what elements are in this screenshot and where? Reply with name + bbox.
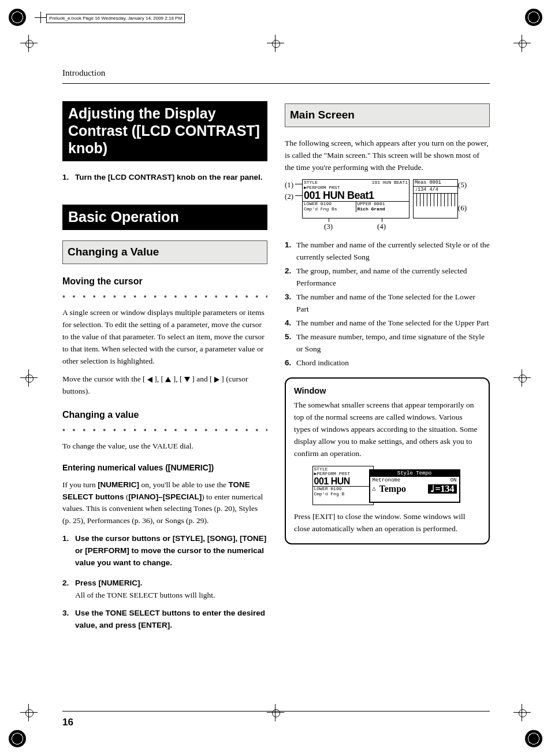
lcd-figure-window: STYLE ▶PERFORM PRST 001 HUN LOWER 0199 C… — [312, 466, 463, 506]
lcd-lower-value: Cmp'd Fng Bs — [304, 207, 355, 212]
corner-mark — [9, 9, 26, 26]
step-num: 1. — [62, 533, 75, 569]
lcd-side-box: Meas 0001 ♩134 4/4 — [413, 179, 458, 218]
heading-moving-cursor: Moving the cursor — [62, 275, 267, 289]
text: Move the cursor with the [ — [62, 375, 147, 383]
dotted-rule: • • • • • • • • • • • • • • • • • • • • … — [62, 424, 267, 437]
page-content: Introduction Adjusting the Display Contr… — [62, 66, 490, 636]
numeric-paragraph: If you turn [NUMERIC] on, you'll be able… — [62, 479, 267, 528]
registration-mark — [267, 35, 284, 52]
lcd-tempo: ♩134 4/4 — [415, 187, 438, 192]
heading-changing-value-2: Changing a value — [62, 408, 267, 423]
text: ], [ — [173, 375, 184, 383]
registration-mark — [513, 35, 531, 52]
subheading-changing-value: Changing a Value — [62, 240, 267, 264]
chapter-rule — [62, 83, 490, 84]
arrow-left-icon — [147, 377, 152, 383]
callout-list: 1.The number and name of the currently s… — [285, 239, 490, 369]
list-item: The number and name of the Tone selected… — [296, 291, 490, 316]
callout-line — [295, 195, 302, 196]
lcd-window-bg: STYLE ▶PERFORM PRST 001 HUN LOWER 0199 C… — [312, 466, 374, 505]
registration-mark — [20, 704, 38, 721]
lcd-popup: Style Tempo Metronome ON △ Tempo ♩=134 — [369, 469, 460, 503]
right-column: Main Screen The following screen, which … — [285, 101, 490, 636]
lcd-lower-value: Cmp'd Fng B — [314, 492, 372, 496]
corner-mark — [525, 9, 542, 26]
list-item: The number and name of the currently sel… — [296, 239, 490, 264]
lcd-keyboard-icon — [414, 193, 457, 206]
list-item: The number and name of the Tone selected… — [296, 317, 489, 329]
subheading-main-screen: Main Screen — [285, 103, 490, 127]
arrow-down-icon — [184, 377, 190, 382]
subheading-numeric: Entering numerical values ([NUMERIC]) — [62, 462, 267, 475]
window-box: Window The somewhat smaller screens that… — [285, 377, 490, 544]
text-bold: Press [NUMERIC]. — [75, 577, 267, 590]
list-item: The measure number, tempo, and time sign… — [296, 331, 490, 355]
callout-line — [295, 184, 302, 184]
lcd-lower: LOWER 0199 Cmp'd Fng Bs — [303, 202, 356, 212]
heading-basic-operation: Basic Operation — [62, 205, 267, 230]
chapter-title: Introduction — [62, 66, 490, 80]
list-num: 1. — [285, 239, 296, 264]
lcd-upper-value: Rich Grand — [358, 207, 408, 212]
text: on, you'll be able to use the — [139, 480, 228, 489]
lcd-perform-title: 001 HUN Beat1 — [304, 190, 408, 201]
list-item: Chord indication — [296, 357, 349, 369]
callout-4: (4) — [377, 221, 386, 232]
list-num: 5. — [285, 331, 296, 355]
list-num: 4. — [285, 317, 296, 329]
book-header: Prelude_e.book Page 16 Wednesday, Januar… — [46, 14, 185, 23]
registration-mark — [20, 369, 38, 387]
metronome-icon: △ — [373, 486, 376, 492]
callout-5: (5) — [458, 179, 467, 191]
callout-1: (1) — [285, 179, 293, 191]
lcd-tempo-label: Tempo — [379, 484, 407, 494]
window-paragraph: The somewhat smaller screens that appear… — [294, 399, 481, 460]
page-number: 16 — [62, 711, 490, 730]
label-numeric: [NUMERIC] — [98, 480, 139, 489]
window-close-paragraph: Press [EXIT] to close the window. Some w… — [294, 511, 481, 535]
cursor-paragraph: A single screen or window displays multi… — [62, 307, 267, 368]
list-num: 2. — [285, 265, 296, 290]
lcd-tempo-value: ♩=134 — [428, 484, 456, 494]
crop-mark — [40, 12, 41, 23]
lcd-popup-title: Style Tempo — [370, 470, 459, 477]
main-screen-paragraph: The following screen, which appears afte… — [285, 138, 490, 174]
text: ], [ — [154, 375, 165, 383]
list-num: 3. — [285, 291, 296, 316]
window-title: Window — [294, 384, 481, 397]
left-column: Adjusting the Display Contrast ([LCD CON… — [62, 101, 267, 636]
arrow-right-icon — [214, 377, 219, 383]
corner-mark — [525, 730, 542, 747]
callout-6: (6) — [458, 202, 467, 214]
callout-3: (3) — [324, 221, 333, 232]
registration-mark — [513, 369, 531, 387]
heading-contrast: Adjusting the Display Contrast ([LCD CON… — [62, 101, 267, 161]
step-text: Press [NUMERIC]. All of the TONE SELECT … — [75, 577, 267, 602]
change-paragraph: To change the value, use the VALUE dial. — [62, 440, 267, 453]
list-num: 6. — [285, 357, 296, 369]
step-text: Use the TONE SELECT buttons to enter the… — [75, 607, 267, 632]
text: ] and [ — [192, 375, 214, 383]
dotted-rule: • • • • • • • • • • • • • • • • • • • • … — [62, 291, 267, 303]
lcd-style-value: 191 HUN BEAT1 — [372, 180, 408, 185]
corner-mark — [9, 730, 26, 747]
registration-mark — [20, 35, 38, 52]
lcd-main-box: STYLE 191 HUN BEAT1 ▶PERFORM PRST 001 HU… — [302, 179, 409, 218]
list-item: The group, number, and name of the curre… — [296, 265, 490, 290]
callout-2: (2) — [285, 191, 293, 202]
lcd-perform-title: 001 HUN — [314, 477, 372, 487]
arrow-up-icon — [165, 377, 171, 382]
lcd-measure: Meas 0001 — [415, 180, 456, 186]
text: If you turn — [62, 480, 98, 489]
lcd-figure-main: (1) (2) (5) (6) (3) (4) STYLE 191 HUN BE… — [285, 179, 481, 231]
label-piano-special: [PIANO]–[SPECIAL] — [128, 492, 202, 501]
step-text: Use the cursor buttons or [STYLE], [SONG… — [75, 533, 267, 569]
step-num: 3. — [62, 607, 75, 632]
registration-mark — [513, 704, 531, 721]
step-text: Turn the [LCD CONTRAST] knob on the rear… — [75, 172, 267, 184]
text: All of the TONE SELECT buttons will ligh… — [75, 590, 267, 602]
step-num: 2. — [62, 577, 75, 602]
lcd-upper: UPPER 0001 Rich Grand — [356, 202, 409, 212]
cursor-move-line: Move the cursor with the [ ], [ ], [ ] a… — [62, 373, 267, 398]
